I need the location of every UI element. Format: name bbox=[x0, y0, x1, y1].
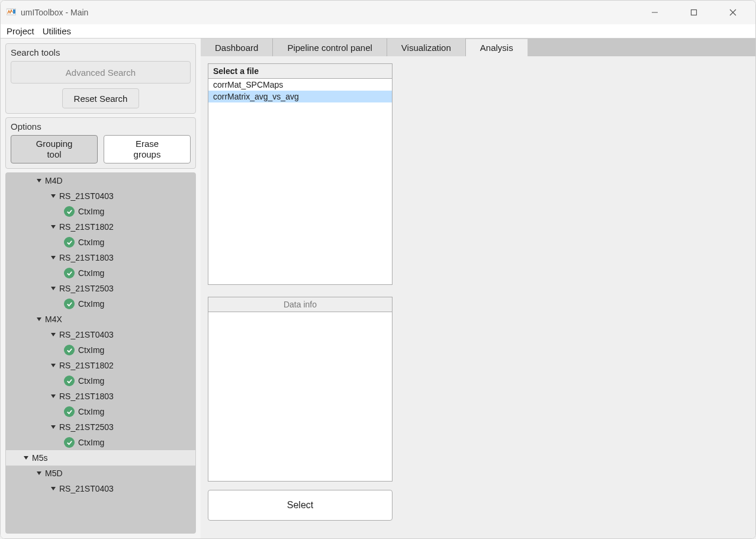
minimize-button[interactable] bbox=[643, 4, 667, 21]
svg-marker-6 bbox=[37, 179, 41, 182]
tree-node[interactable]: RS_21ST1803 bbox=[6, 389, 195, 404]
tree-node[interactable]: RS_21ST2503 bbox=[6, 281, 195, 296]
options-title: Options bbox=[11, 121, 191, 131]
file-list-panel: Select a file corrMat_SPCMapscorrMatrix_… bbox=[208, 63, 393, 285]
menu-utilities[interactable]: Utilities bbox=[43, 26, 71, 36]
menubar: Project Utilities bbox=[1, 24, 755, 38]
tree-label: RS_21ST1802 bbox=[59, 222, 114, 232]
tree-label: CtxImg bbox=[78, 376, 104, 386]
tree-label: CtxImg bbox=[78, 238, 104, 247]
window-controls bbox=[643, 4, 751, 21]
file-item[interactable]: corrMatrix_avg_vs_avg bbox=[208, 91, 392, 102]
tree-leaf[interactable]: CtxImg bbox=[6, 404, 195, 419]
tree-node[interactable]: RS_21ST0403 bbox=[6, 327, 195, 342]
tree-label: CtxImg bbox=[78, 268, 104, 278]
main-area: Search tools Advanced Search Reset Searc… bbox=[1, 38, 755, 538]
tree-leaf[interactable]: CtxImg bbox=[6, 265, 195, 281]
check-circle-icon bbox=[64, 376, 75, 386]
maximize-button[interactable] bbox=[682, 4, 706, 21]
tree-leaf[interactable]: CtxImg bbox=[6, 373, 195, 389]
tree-node[interactable]: RS_21ST0403 bbox=[6, 188, 195, 204]
tree-node[interactable]: M4D bbox=[6, 173, 195, 188]
menu-project[interactable]: Project bbox=[7, 26, 34, 36]
tree-label: CtxImg bbox=[78, 299, 104, 309]
tab-bar: DashboardPipeline control panelVisualiza… bbox=[201, 38, 755, 56]
tab-visualization[interactable]: Visualization bbox=[387, 38, 466, 56]
svg-marker-10 bbox=[51, 287, 56, 290]
svg-marker-13 bbox=[51, 364, 56, 367]
chevron-down-icon bbox=[36, 316, 43, 323]
analysis-content: Select a file corrMat_SPCMapscorrMatrix_… bbox=[201, 56, 755, 538]
tab-dashboard[interactable]: Dashboard bbox=[201, 38, 273, 56]
tab-analysis[interactable]: Analysis bbox=[466, 38, 528, 56]
chevron-down-icon bbox=[50, 254, 57, 261]
tree-scrollbar[interactable]: M4DRS_21ST0403CtxImgRS_21ST1802CtxImgRS_… bbox=[6, 173, 195, 533]
chevron-down-icon bbox=[50, 485, 57, 492]
tree-label: CtxImg bbox=[78, 438, 104, 447]
tree-label: M4D bbox=[45, 176, 63, 185]
file-column: Select a file corrMat_SPCMapscorrMatrix_… bbox=[208, 63, 393, 531]
tree-leaf[interactable]: CtxImg bbox=[6, 435, 195, 450]
svg-marker-17 bbox=[37, 471, 41, 475]
tree-node[interactable]: RS_21ST1803 bbox=[6, 250, 195, 265]
tree-label: RS_21ST1802 bbox=[59, 361, 114, 370]
svg-marker-15 bbox=[51, 425, 56, 429]
check-circle-icon bbox=[64, 268, 75, 278]
data-info-panel: Data info bbox=[208, 297, 393, 482]
chevron-down-icon bbox=[36, 470, 43, 477]
tree-label: RS_21ST0403 bbox=[59, 484, 114, 493]
chevron-down-icon bbox=[50, 362, 57, 369]
tree-node[interactable]: RS_21ST0403 bbox=[6, 481, 195, 496]
svg-marker-11 bbox=[37, 317, 41, 321]
search-tools-title: Search tools bbox=[11, 47, 191, 57]
tree-node[interactable]: RS_21ST1802 bbox=[6, 358, 195, 373]
check-circle-icon bbox=[64, 237, 75, 248]
select-button[interactable]: Select bbox=[208, 490, 393, 521]
tree-label: RS_21ST0403 bbox=[59, 330, 114, 339]
svg-rect-1 bbox=[13, 9, 15, 14]
svg-marker-16 bbox=[24, 456, 28, 460]
tree-label: RS_21ST2503 bbox=[59, 422, 114, 432]
tree-leaf[interactable]: CtxImg bbox=[6, 342, 195, 358]
chevron-down-icon bbox=[22, 454, 30, 461]
file-list-body: corrMat_SPCMapscorrMatrix_avg_vs_avg bbox=[208, 79, 392, 284]
svg-marker-9 bbox=[51, 256, 56, 259]
advanced-search-button[interactable]: Advanced Search bbox=[11, 61, 191, 84]
chevron-down-icon bbox=[50, 331, 57, 338]
erase-groups-button[interactable]: Erase groups bbox=[104, 135, 191, 163]
app-window: umIToolbox - Main Project Utilities Sear… bbox=[0, 0, 756, 539]
data-info-body[interactable] bbox=[208, 312, 392, 481]
search-tools-group: Search tools Advanced Search Reset Searc… bbox=[5, 43, 196, 114]
check-circle-icon bbox=[64, 299, 75, 309]
options-group: Options Grouping tool Erase groups bbox=[5, 117, 196, 169]
close-button[interactable] bbox=[721, 4, 745, 21]
tree-label: M5D bbox=[45, 469, 63, 478]
grouping-tool-button[interactable]: Grouping tool bbox=[11, 135, 98, 163]
tree-node[interactable]: RS_21ST2503 bbox=[6, 419, 195, 435]
reset-search-button[interactable]: Reset Search bbox=[62, 88, 139, 108]
data-info-header: Data info bbox=[208, 297, 392, 312]
file-list-header: Select a file bbox=[208, 64, 392, 79]
chevron-down-icon bbox=[50, 424, 57, 431]
app-icon bbox=[7, 7, 21, 18]
tree-node[interactable]: M5s bbox=[6, 450, 195, 466]
check-circle-icon bbox=[64, 345, 75, 355]
tree-node[interactable]: M5D bbox=[6, 466, 195, 481]
check-circle-icon bbox=[64, 437, 75, 448]
chevron-down-icon bbox=[36, 177, 43, 184]
svg-marker-7 bbox=[51, 194, 56, 198]
tree-node[interactable]: RS_21ST1802 bbox=[6, 219, 195, 235]
tree-leaf[interactable]: CtxImg bbox=[6, 296, 195, 312]
chevron-down-icon bbox=[50, 192, 57, 200]
check-circle-icon bbox=[64, 206, 75, 217]
tree-label: RS_21ST1803 bbox=[59, 392, 114, 401]
tab-pipeline-control-panel[interactable]: Pipeline control panel bbox=[273, 38, 387, 56]
chevron-down-icon bbox=[50, 223, 57, 230]
file-item[interactable]: corrMat_SPCMaps bbox=[208, 79, 392, 91]
tree-leaf[interactable]: CtxImg bbox=[6, 204, 195, 219]
tree-label: CtxImg bbox=[78, 207, 104, 216]
tree-label: RS_21ST1803 bbox=[59, 253, 114, 262]
tree-label: CtxImg bbox=[78, 345, 104, 355]
tree-node[interactable]: M4X bbox=[6, 312, 195, 327]
tree-leaf[interactable]: CtxImg bbox=[6, 235, 195, 250]
